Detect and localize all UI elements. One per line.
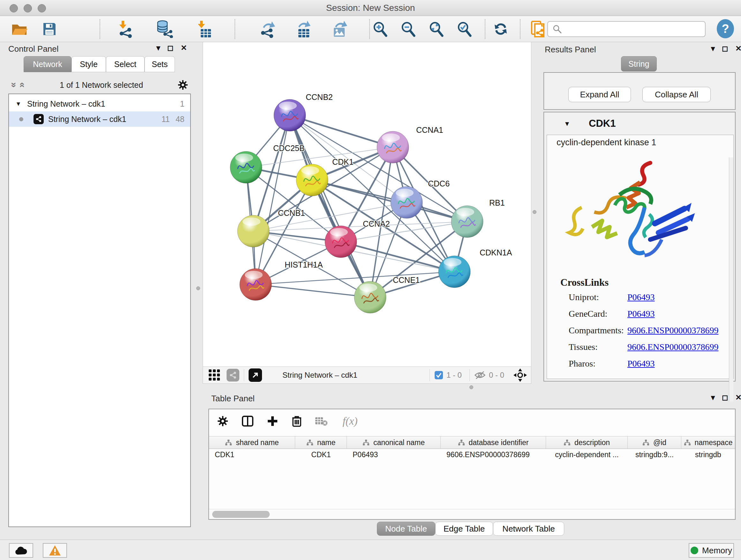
network-collection-row[interactable]: ▾ String Network – cdk1 1 bbox=[9, 96, 190, 111]
panel-float-icon[interactable]: ◻ bbox=[722, 44, 728, 53]
gene-collapse-icon[interactable]: ▾ bbox=[565, 119, 569, 128]
table-options-button[interactable] bbox=[215, 413, 231, 429]
tissues-link[interactable]: 9606.ENSP00000378699 bbox=[627, 342, 718, 352]
apply-layout-button[interactable] bbox=[491, 20, 510, 38]
warnings-button[interactable] bbox=[43, 543, 67, 558]
cell-description[interactable]: cyclin-dependent ... bbox=[546, 450, 628, 459]
compartments-link[interactable]: 9606.ENSP00000378699 bbox=[627, 325, 718, 335]
memory-button[interactable]: Memory bbox=[689, 543, 734, 558]
network-edge[interactable] bbox=[290, 115, 393, 147]
export-network-button[interactable] bbox=[258, 20, 277, 38]
tab-sets[interactable]: Sets bbox=[145, 56, 175, 72]
cell-database-identifier[interactable]: 9606.ENSP00000378699 bbox=[441, 450, 546, 459]
column-header-database-identifier[interactable]: database identifier bbox=[441, 436, 546, 449]
left-splitter-handle[interactable] bbox=[196, 287, 200, 290]
panel-float-icon[interactable]: ◻ bbox=[167, 44, 174, 52]
column-header-canonical-name[interactable]: canonical name bbox=[347, 436, 441, 449]
network-node-ccnb1[interactable] bbox=[238, 215, 269, 247]
panel-menu-icon[interactable]: ▾ bbox=[711, 393, 715, 402]
expand-all-networks-icon[interactable]: « bbox=[17, 82, 28, 88]
delete-column-button[interactable] bbox=[289, 413, 305, 429]
network-node-cdc25b[interactable] bbox=[230, 151, 262, 183]
tab-network[interactable]: Network bbox=[23, 56, 71, 72]
table-row[interactable]: CDK1 CDK1 P06493 9606.ENSP00000378699 cy… bbox=[209, 449, 735, 460]
zoom-selected-button[interactable] bbox=[456, 20, 473, 38]
show-columns-button[interactable] bbox=[240, 413, 256, 429]
selected-checkbox-icon[interactable] bbox=[434, 371, 443, 380]
column-header-namespace[interactable]: namespace bbox=[681, 436, 735, 449]
tab-string[interactable]: String bbox=[621, 56, 657, 71]
create-column-button[interactable] bbox=[265, 413, 280, 429]
cloud-status-button[interactable] bbox=[9, 543, 33, 558]
window-close-button[interactable] bbox=[10, 4, 18, 12]
collapse-all-button[interactable]: Collapse All bbox=[643, 87, 711, 102]
function-builder-button[interactable]: f(x) bbox=[337, 413, 363, 429]
network-node-cdk1[interactable] bbox=[296, 164, 328, 196]
tab-edge-table[interactable]: Edge Table bbox=[435, 522, 493, 536]
tab-network-table[interactable]: Network Table bbox=[493, 522, 564, 536]
network-view-canvas[interactable]: CCNB2CCNA1CDC25BCDK1CDC6RB1CCNB1CCNA2CDK… bbox=[203, 42, 531, 367]
search-input[interactable] bbox=[565, 24, 705, 34]
gene-section-header[interactable]: ▾ CDK1 bbox=[544, 112, 735, 135]
network-node-cdkn1a[interactable] bbox=[439, 256, 470, 288]
network-node-ccna1[interactable] bbox=[377, 131, 409, 163]
network-row-selected[interactable]: String Network – cdk1 11 48 bbox=[9, 111, 190, 127]
tab-select[interactable]: Select bbox=[106, 56, 145, 72]
clone-network-button[interactable] bbox=[529, 20, 548, 38]
export-image-button[interactable] bbox=[330, 20, 349, 38]
cell-id[interactable]: stringdb:9... bbox=[628, 450, 681, 459]
panel-close-icon[interactable]: ✕ bbox=[735, 393, 741, 402]
column-header-id[interactable]: @id bbox=[628, 436, 681, 449]
save-session-button[interactable] bbox=[40, 20, 59, 38]
network-options-gear-icon[interactable] bbox=[178, 79, 188, 90]
network-thumbnail-icon[interactable] bbox=[226, 369, 239, 381]
scrollbar-thumb[interactable] bbox=[212, 511, 270, 518]
expand-all-button[interactable]: Expand All bbox=[568, 87, 631, 102]
network-edge[interactable] bbox=[256, 285, 370, 297]
results-vertical-scrollbar[interactable] bbox=[729, 158, 733, 401]
birdseye-view-icon[interactable] bbox=[513, 368, 527, 382]
right-splitter-handle[interactable] bbox=[533, 210, 536, 214]
panel-float-icon[interactable]: ◻ bbox=[722, 393, 728, 402]
tab-node-table[interactable]: Node Table bbox=[377, 522, 435, 536]
network-node-ccne1[interactable] bbox=[354, 281, 386, 313]
column-header-shared-name[interactable]: shared name bbox=[209, 436, 295, 449]
cell-canonical-name[interactable]: P06493 bbox=[347, 450, 441, 459]
network-edge[interactable] bbox=[256, 272, 455, 285]
network-node-hist1h1a[interactable] bbox=[240, 268, 272, 300]
help-button[interactable]: ? bbox=[717, 19, 734, 38]
collapse-all-networks-icon[interactable]: « bbox=[7, 82, 18, 88]
network-node-rb1[interactable] bbox=[451, 206, 483, 238]
network-node-ccna2[interactable] bbox=[325, 226, 357, 258]
window-zoom-button[interactable] bbox=[38, 4, 46, 12]
string-network-graph[interactable]: CCNB2CCNA1CDC25BCDK1CDC6RB1CCNB1CCNA2CDK… bbox=[203, 42, 532, 367]
zoom-in-button[interactable] bbox=[372, 20, 388, 38]
collection-expand-icon[interactable]: ▾ bbox=[17, 100, 20, 108]
uniprot-link[interactable]: P06493 bbox=[627, 292, 655, 302]
genecard-link[interactable]: P06493 bbox=[627, 309, 655, 319]
zoom-fit-button[interactable] bbox=[428, 20, 445, 38]
network-node-cdc6[interactable] bbox=[391, 186, 422, 219]
grid-view-icon[interactable] bbox=[208, 369, 221, 381]
network-edge[interactable] bbox=[290, 115, 370, 297]
column-header-name[interactable]: name bbox=[295, 436, 347, 449]
open-session-button[interactable] bbox=[10, 20, 29, 38]
panel-close-icon[interactable]: ✕ bbox=[181, 44, 187, 52]
detach-view-icon[interactable] bbox=[249, 368, 262, 382]
cell-shared-name[interactable]: CDK1 bbox=[209, 450, 295, 459]
hidden-eye-slash-icon[interactable] bbox=[474, 370, 486, 380]
import-network-database-button[interactable] bbox=[155, 20, 174, 38]
panel-menu-icon[interactable]: ▾ bbox=[156, 44, 160, 52]
import-table-button[interactable] bbox=[195, 20, 213, 38]
pharos-link[interactable]: P06493 bbox=[627, 359, 655, 369]
panel-menu-icon[interactable]: ▾ bbox=[711, 44, 715, 53]
zoom-out-button[interactable] bbox=[400, 20, 416, 38]
export-table-button[interactable] bbox=[294, 20, 313, 38]
window-minimize-button[interactable] bbox=[23, 4, 32, 12]
network-edge[interactable] bbox=[256, 115, 290, 285]
column-header-description[interactable]: description bbox=[546, 436, 628, 449]
delete-table-button[interactable] bbox=[313, 413, 329, 429]
bottom-splitter-handle[interactable] bbox=[469, 385, 473, 389]
cell-name[interactable]: CDK1 bbox=[295, 450, 347, 459]
tab-style[interactable]: Style bbox=[71, 56, 106, 72]
